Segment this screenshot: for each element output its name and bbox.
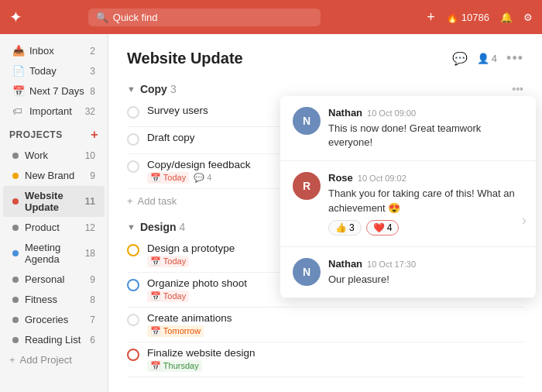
comment-item: N Nathan 10 Oct 17:30 Our pleasure! › — [280, 247, 536, 298]
sidebar-project-label: Work — [25, 150, 84, 161]
karma-icon: 🔥 — [446, 12, 458, 23]
project-dot — [12, 297, 19, 303]
sidebar-item-important[interactable]: 🏷 Important 32 — [3, 101, 105, 121]
sidebar-item-groceries[interactable]: Groceries 7 — [3, 310, 105, 329]
sidebar-item-personal[interactable]: Personal 9 — [3, 270, 105, 289]
copy-section-count: 3 — [170, 83, 177, 95]
search-icon: 🔍 — [96, 12, 108, 23]
sidebar-item-fitness[interactable]: Fitness 8 — [3, 290, 105, 309]
sidebar-today-count: 3 — [90, 66, 95, 77]
project-dot — [12, 225, 19, 231]
add-task-label: Add task — [138, 195, 177, 207]
sidebar-project-label: Reading List — [25, 334, 88, 346]
avatar: R — [293, 172, 321, 200]
table-row: Finalize website design 📅 Thursday — [127, 342, 523, 377]
comment-header: Nathan 10 Oct 17:30 — [328, 258, 523, 270]
sidebar-item-today[interactable]: 📄 Today 3 — [3, 61, 105, 81]
search-placeholder: Quick find — [113, 12, 158, 23]
sidebar: 📥 Inbox 2 📄 Today 3 📅 Next 7 Days 8 🏷 Im… — [0, 34, 108, 392]
thumbsup-count: 3 — [349, 222, 355, 233]
sidebar-project-label: New Brand — [25, 170, 88, 181]
main-content: Website Update 💬 👤 4 ••• ▼ Copy 3 ••• Su… — [108, 34, 542, 392]
sidebar-item-website-update[interactable]: Website Update 11 — [3, 186, 105, 217]
task-date: 📅 Today — [147, 256, 189, 267]
settings-icon[interactable]: ⚙ — [523, 12, 533, 23]
sidebar-important-label: Important — [29, 105, 84, 117]
thumbsup-reaction[interactable]: 👍 3 — [328, 220, 362, 236]
sidebar-project-label: Website Update — [25, 190, 84, 213]
sidebar-project-label: Fitness — [25, 294, 88, 305]
sidebar-today-label: Today — [29, 65, 88, 77]
comment-item: N Nathan 10 Oct 09:00 This is now done! … — [280, 96, 536, 161]
add-project-label: Add Project — [20, 354, 72, 366]
project-dot — [12, 317, 19, 323]
page-title-actions: 💬 👤 4 ••• — [452, 50, 523, 67]
task-meta: 📅 Thursday — [147, 360, 523, 372]
project-dot — [12, 198, 19, 205]
comment-time: 10 Oct 09:00 — [367, 108, 416, 118]
header-actions: + 🔥 10786 🔔 ⚙ — [427, 9, 533, 26]
sidebar-next7days-label: Next 7 Days — [29, 85, 88, 97]
search-bar[interactable]: 🔍 Quick find — [88, 9, 321, 26]
page-title-row: Website Update 💬 👤 4 ••• — [127, 50, 523, 67]
inbox-icon: 📥 — [12, 45, 25, 57]
task-checkbox[interactable] — [127, 279, 139, 291]
task-checkbox[interactable] — [127, 133, 139, 146]
comment-author: Nathan — [328, 107, 362, 119]
add-project-icon[interactable]: + — [91, 128, 98, 142]
header: ✦ 🔍 Quick find + 🔥 10786 🔔 ⚙ — [0, 0, 542, 34]
sidebar-project-count: 9 — [90, 274, 95, 285]
app-logo: ✦ — [9, 8, 22, 26]
add-project-button[interactable]: + Add Project — [0, 350, 108, 370]
task-checkbox[interactable] — [127, 160, 139, 173]
avatar: N — [293, 258, 321, 286]
sidebar-item-new-brand[interactable]: New Brand 9 — [3, 166, 105, 185]
important-icon: 🏷 — [12, 105, 25, 117]
next7days-icon: 📅 — [12, 85, 25, 97]
task-date: 📅 Today — [147, 172, 189, 184]
add-button[interactable]: + — [427, 9, 435, 26]
sidebar-item-work[interactable]: Work 10 — [3, 146, 105, 165]
page-more-icon[interactable]: ••• — [506, 50, 523, 67]
karma-indicator: 🔥 10786 — [446, 12, 489, 23]
task-name: Create animations — [147, 312, 523, 324]
heart-reaction[interactable]: ❤️ 4 — [366, 220, 400, 236]
sidebar-item-product[interactable]: Product 12 — [3, 218, 105, 237]
copy-section-header[interactable]: ▼ Copy 3 ••• — [127, 83, 523, 95]
project-dot — [12, 277, 19, 283]
task-comment-count: 💬 4 — [194, 173, 211, 183]
task-checkbox[interactable] — [127, 244, 139, 256]
task-date: 📅 Thursday — [147, 360, 202, 372]
task-checkbox[interactable] — [127, 106, 139, 119]
sidebar-project-count: 9 — [90, 170, 95, 181]
scroll-down-icon[interactable]: › — [522, 212, 527, 229]
design-section-toggle-icon: ▼ — [127, 222, 136, 232]
sidebar-item-meeting-agenda[interactable]: Meeting Agenda 18 — [3, 238, 105, 269]
comment-header: Nathan 10 Oct 09:00 — [328, 107, 523, 119]
task-checkbox[interactable] — [127, 349, 139, 361]
sidebar-item-inbox[interactable]: 📥 Inbox 2 — [3, 41, 105, 60]
comment-icon[interactable]: 💬 — [452, 51, 468, 66]
sidebar-project-label: Product — [25, 222, 84, 233]
table-row: Create animations 📅 Tomorrow — [127, 308, 523, 342]
task-checkbox[interactable] — [127, 314, 139, 326]
sidebar-item-next7days[interactable]: 📅 Next 7 Days 8 — [3, 81, 105, 101]
sidebar-inbox-count: 2 — [90, 46, 95, 57]
person-icon: 👤 — [477, 53, 489, 64]
task-date: 📅 Tomorrow — [147, 325, 204, 337]
copy-section-more-icon[interactable]: ••• — [512, 83, 523, 95]
comment-reactions: 👍 3 ❤️ 4 — [328, 220, 523, 236]
add-project-plus-icon: + — [9, 354, 15, 366]
comment-body: Nathan 10 Oct 17:30 Our pleasure! — [328, 258, 523, 287]
comment-item: R Rose 10 Oct 09:02 Thank you for taking… — [280, 161, 536, 246]
comment-header: Rose 10 Oct 09:02 — [328, 172, 523, 184]
collaborators-info: 👤 4 — [477, 53, 497, 64]
project-dot — [12, 173, 19, 179]
sidebar-item-reading-list[interactable]: Reading List 6 — [3, 330, 105, 349]
sidebar-inbox-label: Inbox — [29, 45, 88, 57]
comment-body: Nathan 10 Oct 09:00 This is now done! Gr… — [328, 107, 523, 150]
sidebar-project-count: 18 — [85, 248, 95, 259]
notification-bell-icon[interactable]: 🔔 — [500, 12, 513, 23]
project-dot — [12, 153, 19, 159]
comment-time: 10 Oct 09:02 — [358, 174, 406, 183]
